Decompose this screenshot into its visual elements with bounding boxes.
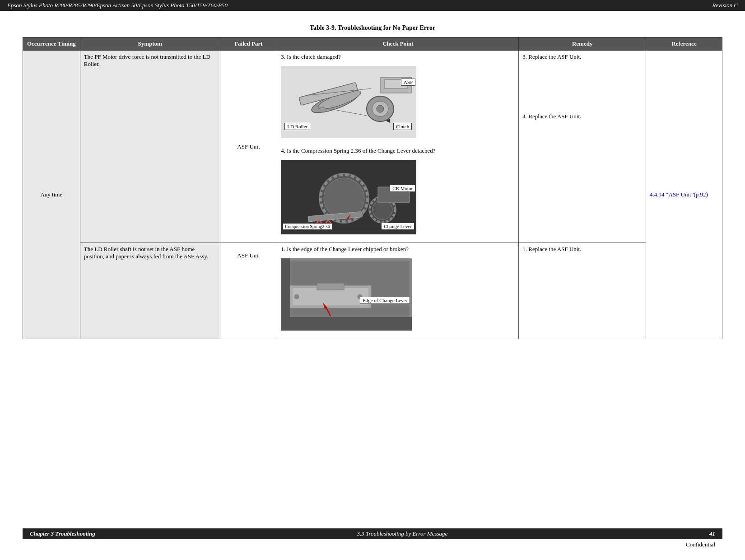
symptom-text-2: The LD Roller shaft is not set in the AS… — [84, 246, 208, 260]
checkpoint-cell-2: 1. Is the edge of the Change Lever chipp… — [277, 243, 519, 339]
table-row-1: Any time The PF Motor drive force is not… — [23, 51, 722, 243]
col-header-occurrence: Occurrence Timing — [23, 37, 80, 51]
col-header-checkpoint: Check Point — [277, 37, 519, 51]
header-revision: Revision C — [712, 2, 738, 9]
checkpoint-cell-1: 3. Is the clutch damaged? — [277, 51, 519, 243]
failed-text-1: ASF Unit — [237, 143, 260, 150]
col-header-failed: Failed Part — [220, 37, 277, 51]
trouble-table: Occurrence Timing Symptom Failed Part Ch… — [23, 37, 722, 339]
diagram-asf-clutch: LD Roller ASF Clutch ◄ — [281, 66, 416, 138]
cp4-text: 4. Is the Compression Spring 2.36 of the… — [281, 147, 435, 154]
edge-svg — [281, 258, 412, 331]
remedy-3: 3. Replace the ASF Unit. — [522, 53, 642, 61]
checkpoint-item-1: 1. Is the edge of the Change Lever chipp… — [281, 246, 515, 253]
occurrence-cell: Any time — [23, 51, 80, 339]
main-content: Table 3-9. Troubleshooting for No Paper … — [0, 11, 745, 353]
col-header-symptom: Symptom — [80, 37, 220, 51]
failed-cell-2: ASF Unit — [220, 243, 277, 339]
col-header-remedy: Remedy — [519, 37, 646, 51]
diagram-change-lever-edge: Edge of Change Lever — [281, 258, 412, 331]
table-title: Table 3-9. Troubleshooting for No Paper … — [23, 24, 722, 32]
label-ld-roller: LD Roller — [284, 123, 310, 130]
remedy-cell-1: 3. Replace the ASF Unit. 4. Replace the … — [519, 51, 646, 243]
label-clutch: Clutch — [393, 123, 412, 130]
footer-left: Chapter 3 Troubleshooting — [30, 530, 95, 537]
label-compression-spring: Compression Spring2.36 — [283, 223, 332, 230]
footer-center: 3.3 Troubleshooting by Error Message — [357, 530, 447, 537]
header-title: Epson Stylus Photo R280/R285/R290/Epson … — [7, 2, 228, 9]
header-bar: Epson Stylus Photo R280/R285/R290/Epson … — [0, 0, 745, 11]
occurrence-text: Any time — [40, 191, 62, 198]
reference-cell: 4.4.14 “ASF Unit”(p.92) — [646, 51, 722, 339]
cp3-text: 3. Is the clutch damaged? — [281, 53, 340, 60]
checkpoint-item-4: 4. Is the Compression Spring 2.36 of the… — [281, 147, 515, 154]
label-asf: ASF — [401, 79, 415, 86]
checkpoint-item-3: 3. Is the clutch damaged? — [281, 53, 515, 61]
failed-cell-1: ASF Unit — [220, 51, 277, 243]
svg-point-6 — [377, 105, 384, 112]
remedy-1: 1. Replace the ASF Unit. — [522, 246, 642, 253]
symptom-cell-2: The LD Roller shaft is not set in the AS… — [80, 243, 220, 339]
svg-rect-31 — [281, 317, 412, 331]
table-row-2: The LD Roller shaft is not set in the AS… — [23, 243, 722, 339]
diagram-compression-spring: CR Motor Compression Spring2.36 Change L… — [281, 160, 416, 234]
label-cr-motor: CR Motor — [390, 185, 415, 192]
symptom-text-1: The PF Motor drive force is not transmit… — [84, 53, 210, 67]
svg-point-26 — [294, 294, 299, 299]
failed-text-2: ASF Unit — [237, 252, 260, 259]
footer-bar: Chapter 3 Troubleshooting 3.3 Troublesho… — [23, 528, 722, 539]
svg-rect-25 — [317, 283, 344, 290]
reference-link[interactable]: 4.4.14 “ASF Unit”(p.92) — [650, 191, 708, 198]
remedy-cell-2: 1. Replace the ASF Unit. — [519, 243, 646, 339]
confidential-text: Confidential — [23, 541, 722, 548]
col-header-reference: Reference — [646, 37, 722, 51]
arrow-clutch: ◄ — [384, 117, 391, 125]
label-change-lever: Change Lever — [381, 223, 414, 230]
footer-page: 41 — [709, 530, 715, 537]
cp1-text: 1. Is the edge of the Change Lever chipp… — [281, 246, 409, 252]
footer: Chapter 3 Troubleshooting 3.3 Troublesho… — [0, 526, 745, 551]
label-edge-change-lever: Edge of Change Lever — [360, 297, 410, 304]
symptom-cell-1: The PF Motor drive force is not transmit… — [80, 51, 220, 243]
remedy-4: 4. Replace the ASF Unit. — [522, 113, 642, 120]
